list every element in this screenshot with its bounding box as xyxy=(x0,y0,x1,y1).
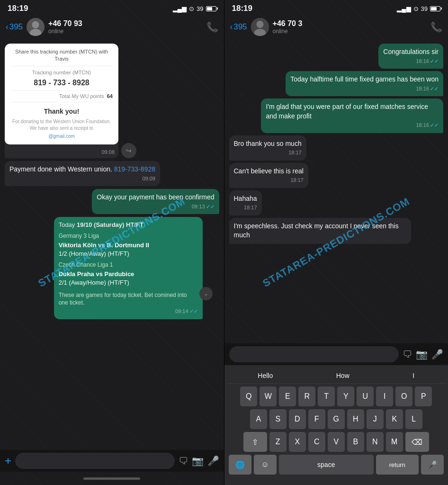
right-back-button[interactable]: ‹ 395 xyxy=(230,22,247,32)
keyboard: Hello How I Q W E R T Y U I O P A S D F … xyxy=(224,365,448,485)
confirmed-footer: 09:13 ✓✓ xyxy=(97,203,214,210)
right-contact-status: online xyxy=(273,28,427,35)
believe-text: Can't believe this is real xyxy=(234,167,304,175)
key-C[interactable]: C xyxy=(308,432,325,452)
panel-divider xyxy=(224,0,224,485)
believe-footer: 18:17 xyxy=(234,177,304,184)
key-Q[interactable]: Q xyxy=(240,386,257,406)
key-V[interactable]: V xyxy=(328,432,345,452)
left-back-button[interactable]: ‹ 395 xyxy=(6,22,23,32)
emoji-button[interactable]: ☺ xyxy=(254,455,277,475)
right-chat-header: ‹ 395 +46 70 3 online 📞 xyxy=(224,15,448,40)
key-S[interactable]: S xyxy=(269,409,287,429)
left-back-count[interactable]: 395 xyxy=(9,22,23,32)
pred-league1: Germany 3 Liga xyxy=(59,232,198,240)
suggestion-hello[interactable]: Hello xyxy=(253,372,278,379)
right-mic-button[interactable]: 🎤 xyxy=(431,349,443,360)
left-contact-name: +46 70 93 xyxy=(48,19,202,28)
key-G[interactable]: G xyxy=(328,409,345,429)
right-avatar[interactable] xyxy=(251,18,269,36)
key-B[interactable]: B xyxy=(347,432,364,452)
key-I[interactable]: I xyxy=(376,386,393,406)
key-F[interactable]: F xyxy=(308,409,325,429)
key-H[interactable]: H xyxy=(347,409,364,429)
glad-footer: 18:16 ✓✓ xyxy=(266,122,439,129)
key-N[interactable]: N xyxy=(367,432,384,452)
wu-tracking-label: Tracking number (MTCN) xyxy=(10,69,113,76)
left-time: 18:19 xyxy=(8,4,28,13)
left-avatar[interactable] xyxy=(27,18,45,36)
key-Y[interactable]: Y xyxy=(337,386,354,406)
key-O[interactable]: O xyxy=(395,386,412,406)
pred-date: Today 19/10 (Saturday) HT/FT xyxy=(59,221,198,229)
thanks-footer: 18:17 xyxy=(234,149,302,156)
right-camera-button[interactable]: 📷 xyxy=(416,349,428,360)
right-contact-name: +46 70 3 xyxy=(273,19,427,28)
key-X[interactable]: X xyxy=(289,432,306,452)
keyboard-mic-button[interactable]: 🎤 xyxy=(421,455,444,475)
speechless-text: I'm speechless. Just check my account I … xyxy=(234,222,399,239)
left-status-icons: ▂▄▆ ⊙ 39 xyxy=(173,5,216,12)
right-contact-info: +46 70 3 online xyxy=(273,19,427,35)
battery-level: 39 xyxy=(197,5,203,12)
suggestion-how[interactable]: How xyxy=(332,372,354,379)
left-status-bar: 18:19 ▂▄▆ ⊙ 39 xyxy=(0,0,224,15)
globe-button[interactable]: 🌐 xyxy=(229,455,251,475)
wu-points-label: Total My WU points xyxy=(59,93,104,100)
key-R[interactable]: R xyxy=(298,386,315,406)
key-A[interactable]: A xyxy=(250,409,267,429)
key-W[interactable]: W xyxy=(260,386,277,406)
key-K[interactable]: K xyxy=(386,409,403,429)
wu-points-value: 64 xyxy=(107,93,113,100)
right-panel: 18:19 ▂▄▆ ⊙ 39 ‹ 395 +46 70 3 on xyxy=(224,0,448,485)
key-E[interactable]: E xyxy=(279,386,296,406)
halftime-message: Today halftime full time fixed games has… xyxy=(286,71,443,96)
prediction-message: Today 19/10 (Saturday) HT/FT Germany 3 L… xyxy=(54,217,203,319)
key-J[interactable]: J xyxy=(367,409,384,429)
payment-message: Payment done with Western union. 819-733… xyxy=(5,161,160,186)
key-U[interactable]: U xyxy=(357,386,374,406)
key-P[interactable]: P xyxy=(415,386,432,406)
glad-message: I'm glad that you were part of our fixed… xyxy=(261,99,443,133)
home-bar xyxy=(83,477,140,480)
pred-match2: Dukla Praha vs Pardubice xyxy=(59,270,198,278)
right-battery-icon xyxy=(430,6,440,11)
left-contact-info: +46 70 93 online xyxy=(48,19,202,35)
wu-subtitle: For donating to the Western Union Founda… xyxy=(10,118,113,125)
key-Z[interactable]: Z xyxy=(269,432,287,452)
key-L[interactable]: L xyxy=(405,409,422,429)
keyboard-row-3: ⇧ Z X C V B N M ⌫ xyxy=(226,432,447,452)
right-message-input[interactable] xyxy=(229,346,399,362)
wu-tracking-number: 819 - 733 - 8928 xyxy=(10,78,113,88)
wu-message-row: Share this tracking number (MTCN) with T… xyxy=(5,44,136,158)
left-chat-area: Share this tracking number (MTCN) with T… xyxy=(0,40,224,450)
right-sticker-button[interactable]: 🗨 xyxy=(403,349,412,360)
right-call-button[interactable]: 📞 xyxy=(430,21,442,33)
left-input-bar: + 🗨 📷 🎤 xyxy=(0,450,224,472)
left-message-input[interactable] xyxy=(15,453,174,469)
scroll-down-button[interactable]: ⌄ xyxy=(199,287,213,300)
right-back-count[interactable]: 395 xyxy=(233,22,247,32)
right-status-icons: ▂▄▆ ⊙ 39 xyxy=(397,5,440,12)
left-camera-button[interactable]: 📷 xyxy=(192,455,204,467)
suggestion-i[interactable]: I xyxy=(408,372,419,379)
space-button[interactable]: space xyxy=(279,455,374,475)
forward-button[interactable]: ↪ xyxy=(121,143,136,158)
payment-time: 09:09 xyxy=(142,175,155,182)
key-M[interactable]: M xyxy=(386,432,403,452)
right-time: 18:19 xyxy=(232,4,252,13)
chevron-left-icon: ‹ xyxy=(6,22,9,32)
left-call-button[interactable]: 📞 xyxy=(206,21,218,33)
key-D[interactable]: D xyxy=(289,409,306,429)
delete-button[interactable]: ⌫ xyxy=(405,432,429,452)
haha-footer: 18:17 xyxy=(234,204,257,211)
left-sticker-button[interactable]: 🗨 xyxy=(179,456,188,467)
add-attachment-button[interactable]: + xyxy=(5,455,11,467)
payment-link[interactable]: 819-733-8928 xyxy=(114,165,155,173)
payment-text: Payment done with Western union. xyxy=(9,165,114,173)
shift-button[interactable]: ⇧ xyxy=(243,432,267,452)
right-chevron-left-icon: ‹ xyxy=(230,22,233,32)
left-mic-button[interactable]: 🎤 xyxy=(207,455,219,467)
return-button[interactable]: return xyxy=(376,455,419,475)
key-T[interactable]: T xyxy=(318,386,335,406)
